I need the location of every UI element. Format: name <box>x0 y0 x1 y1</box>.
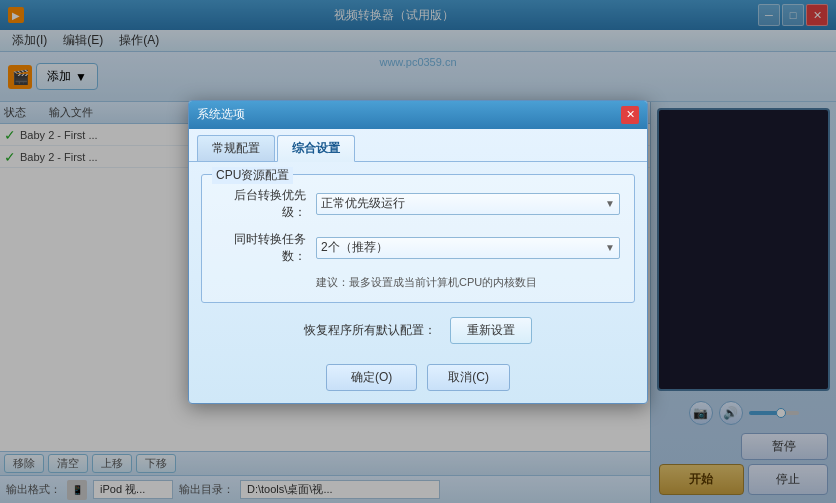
priority-select[interactable]: 正常优先级运行 ▼ <box>316 193 620 215</box>
priority-row: 后台转换优先级： 正常优先级运行 ▼ <box>216 187 620 221</box>
modal-footer: 确定(O) 取消(C) <box>189 356 647 403</box>
tab-general[interactable]: 常规配置 <box>197 135 275 161</box>
app-window: ▶ 视频转换器（试用版） ─ □ ✕ 添加(I) 编辑(E) 操作(A) 🎬 添… <box>0 0 836 503</box>
dropdown-arrow-icon: ▼ <box>605 242 615 253</box>
modal-overlay: 系统选项 ✕ 常规配置 综合设置 CPU资源配置 后台转换优先级： 正常优先级运… <box>0 0 836 503</box>
dropdown-arrow-icon: ▼ <box>605 198 615 209</box>
priority-label: 后台转换优先级： <box>216 187 306 221</box>
tasks-select[interactable]: 2个（推荐） ▼ <box>316 237 620 259</box>
cpu-config-section: CPU资源配置 后台转换优先级： 正常优先级运行 ▼ 同时转换任务数： 2个（推… <box>201 174 635 303</box>
tasks-label: 同时转换任务数： <box>216 231 306 265</box>
modal-close-button[interactable]: ✕ <box>621 106 639 124</box>
cancel-button[interactable]: 取消(C) <box>427 364 510 391</box>
tasks-row: 同时转换任务数： 2个（推荐） ▼ <box>216 231 620 265</box>
modal-tabs: 常规配置 综合设置 <box>189 129 647 162</box>
priority-value: 正常优先级运行 <box>321 195 405 212</box>
tab-advanced[interactable]: 综合设置 <box>277 135 355 162</box>
tasks-value: 2个（推荐） <box>321 239 388 256</box>
modal-body: CPU资源配置 后台转换优先级： 正常优先级运行 ▼ 同时转换任务数： 2个（推… <box>189 162 647 356</box>
tasks-hint: 建议：最多设置成当前计算机CPU的内核数目 <box>216 275 620 290</box>
modal-title: 系统选项 <box>197 106 245 123</box>
system-options-dialog: 系统选项 ✕ 常规配置 综合设置 CPU资源配置 后台转换优先级： 正常优先级运… <box>188 100 648 404</box>
restore-label: 恢复程序所有默认配置： <box>304 322 436 339</box>
ok-button[interactable]: 确定(O) <box>326 364 417 391</box>
modal-title-bar: 系统选项 ✕ <box>189 101 647 129</box>
restore-row: 恢复程序所有默认配置： 重新设置 <box>201 317 635 344</box>
restore-button[interactable]: 重新设置 <box>450 317 532 344</box>
section-title: CPU资源配置 <box>212 167 293 184</box>
